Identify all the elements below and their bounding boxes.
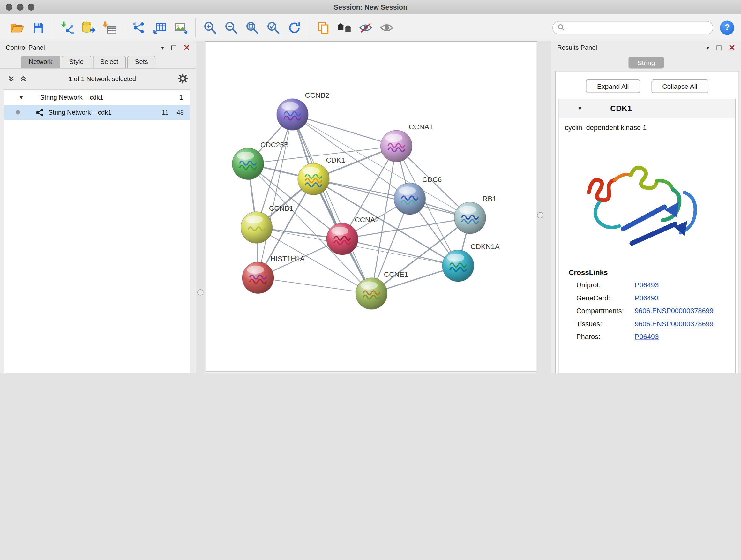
network-edge[interactable]: [293, 115, 397, 146]
network-node-rb1[interactable]: RB1: [455, 195, 496, 234]
node-label: HIST1H1A: [271, 255, 305, 263]
disclosure-triangle-icon[interactable]: ▼: [577, 106, 583, 111]
expand-all-button[interactable]: Expand All: [586, 79, 639, 93]
close-panel-icon[interactable]: ✕: [183, 44, 190, 52]
control-panel-tabs: Network Style Select Sets: [0, 54, 196, 69]
crosslink-label: Uniprot:: [576, 281, 635, 289]
node-label: CCNB2: [305, 91, 329, 99]
crosslink-link[interactable]: 9606.ENSP00000378699: [635, 320, 714, 327]
network-collection-row[interactable]: ▼ String Network – cdk1 1: [4, 90, 190, 105]
network-node-cdk1[interactable]: CDK1: [298, 156, 345, 195]
network-view-toolbar: String Network – cdk1 1 – 0 0 – 0: [205, 371, 537, 374]
control-panel: Control Panel ▾ ✕ Network Style Select S…: [0, 41, 196, 373]
results-panel: Results Panel ▾ ✕ String Expand All Coll…: [551, 41, 741, 373]
save-session-button[interactable]: [28, 18, 49, 37]
expand-all-chevron-icon[interactable]: [20, 75, 27, 82]
crosslink-link[interactable]: 9606.ENSP00000378699: [635, 307, 714, 315]
crosslink-row: Uniprot:P06493: [559, 281, 735, 289]
image-export-icon: [174, 21, 188, 34]
crosslink-label: GeneCard:: [576, 294, 635, 302]
zoom-in-button[interactable]: [200, 18, 221, 37]
panel-menu-icon[interactable]: ▾: [161, 45, 164, 51]
crosslink-row: Pharos:P06493: [559, 333, 735, 341]
tab-network[interactable]: Network: [21, 56, 60, 68]
title-bar: Session: New Session: [0, 0, 741, 14]
new-network-button[interactable]: [128, 18, 149, 37]
network-edge[interactable]: [314, 179, 470, 218]
minimize-window-button[interactable]: [17, 4, 23, 10]
network-node-ccna1[interactable]: CCNA1: [381, 123, 433, 162]
crosslinks-heading: CrossLinks: [569, 268, 735, 276]
network-edge[interactable]: [258, 278, 372, 294]
network-edge[interactable]: [293, 115, 372, 294]
float-panel-icon[interactable]: [172, 45, 176, 50]
search-input[interactable]: [568, 24, 708, 31]
new-table-button[interactable]: [149, 18, 171, 37]
results-panel-title: Results Panel: [557, 44, 597, 51]
database-icon: [81, 21, 96, 34]
network-canvas[interactable]: CCNB2CCNA1CDC25BCDK1CDC6RB1CCNB1CCNA2CDK…: [205, 42, 537, 371]
splitter-handle-right[interactable]: [537, 212, 543, 219]
refresh-layout-button[interactable]: [284, 18, 305, 37]
collapse-all-button[interactable]: Collapse All: [651, 79, 709, 93]
import-table-file-button[interactable]: [99, 18, 120, 37]
node-label: CDC25B: [260, 141, 289, 149]
help-label: ?: [724, 23, 730, 33]
network-table-icon: [153, 21, 167, 34]
eye-slash-icon: [359, 22, 373, 33]
open-session-button[interactable]: [7, 18, 28, 37]
network-node-cdkn1a[interactable]: CDKN1A: [442, 243, 500, 282]
node-label: CCNB1: [269, 204, 293, 212]
tab-sets[interactable]: Sets: [127, 56, 156, 68]
string-network-icon: [36, 109, 44, 116]
network-node-ccnb2[interactable]: CCNB2: [277, 91, 329, 130]
crosslinks-list: Uniprot:P06493GeneCard:P06493Compartment…: [559, 281, 735, 341]
eye-icon: [380, 22, 394, 33]
network-edge[interactable]: [342, 239, 458, 266]
network-row-selected[interactable]: String Network – cdk1 11 48: [4, 105, 190, 120]
home-button[interactable]: [334, 18, 355, 37]
network-node-ccnb1[interactable]: CCNB1: [241, 204, 293, 243]
show-details-button[interactable]: [376, 18, 397, 37]
panel-menu-icon[interactable]: ▾: [706, 45, 710, 51]
import-network-database-button[interactable]: [78, 18, 99, 37]
open-folder-icon: [10, 21, 24, 34]
crosslink-link[interactable]: P06493: [635, 333, 659, 341]
export-image-button[interactable]: [171, 18, 192, 37]
node-label: CCNA1: [409, 123, 433, 131]
help-button[interactable]: ?: [720, 20, 734, 35]
crosslink-link[interactable]: P06493: [635, 281, 659, 289]
crosslink-link[interactable]: P06493: [635, 294, 659, 302]
maximize-window-button[interactable]: [28, 4, 35, 10]
protein-structure-image: [570, 135, 724, 260]
close-panel-icon[interactable]: ✕: [729, 44, 735, 52]
search-box[interactable]: [552, 21, 713, 34]
tab-style[interactable]: Style: [62, 56, 91, 68]
window-controls: [6, 4, 35, 10]
zoom-selected-button[interactable]: [263, 18, 284, 37]
zoom-fit-button[interactable]: [242, 18, 263, 37]
network-tree: ▼ String Network – cdk1 1 String Network…: [4, 90, 190, 374]
import-network-file-button[interactable]: [57, 18, 78, 37]
control-panel-header: Control Panel ▾ ✕: [0, 41, 196, 54]
hide-details-button[interactable]: [355, 18, 376, 37]
crosslink-label: Tissues:: [576, 320, 635, 327]
disclosure-triangle-icon[interactable]: ▼: [19, 95, 24, 100]
gear-icon[interactable]: [178, 73, 188, 84]
string-tab[interactable]: String: [628, 57, 664, 69]
node-label: CDC6: [422, 176, 442, 184]
gene-header[interactable]: ▼ CDK1: [559, 99, 735, 118]
collapse-all-chevron-icon[interactable]: [8, 75, 15, 82]
toolbar-separator: [53, 18, 53, 37]
duplicate-document-button[interactable]: [313, 18, 334, 37]
crosslink-row: GeneCard:P06493: [559, 294, 735, 302]
close-window-button[interactable]: [6, 4, 12, 10]
network-edge[interactable]: [258, 115, 293, 278]
toolbar-separator: [195, 18, 196, 37]
splitter-handle-left[interactable]: [197, 289, 204, 296]
float-panel-icon[interactable]: [717, 45, 721, 50]
toolbar-separator: [309, 18, 310, 37]
network-node-hist1h1a[interactable]: HIST1H1A: [242, 255, 305, 294]
tab-select[interactable]: Select: [92, 56, 126, 68]
zoom-out-button[interactable]: [221, 18, 242, 37]
